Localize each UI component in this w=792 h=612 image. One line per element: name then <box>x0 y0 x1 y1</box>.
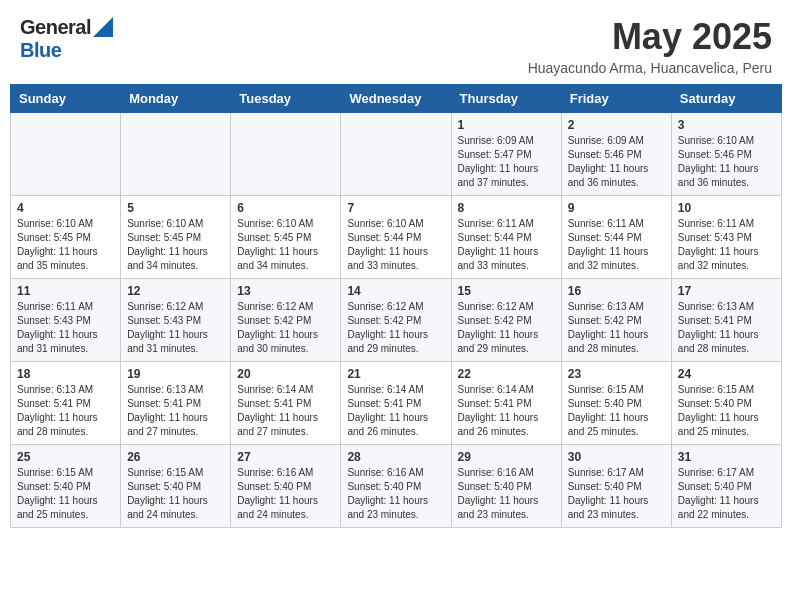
day-info: Sunrise: 6:15 AMSunset: 5:40 PMDaylight:… <box>17 466 114 522</box>
calendar-cell: 21Sunrise: 6:14 AMSunset: 5:41 PMDayligh… <box>341 362 451 445</box>
day-number: 21 <box>347 367 444 381</box>
day-number: 31 <box>678 450 775 464</box>
day-info: Sunrise: 6:09 AMSunset: 5:47 PMDaylight:… <box>458 134 555 190</box>
calendar-cell: 11Sunrise: 6:11 AMSunset: 5:43 PMDayligh… <box>11 279 121 362</box>
calendar-week-row: 25Sunrise: 6:15 AMSunset: 5:40 PMDayligh… <box>11 445 782 528</box>
day-info: Sunrise: 6:17 AMSunset: 5:40 PMDaylight:… <box>678 466 775 522</box>
day-number: 30 <box>568 450 665 464</box>
day-info: Sunrise: 6:10 AMSunset: 5:45 PMDaylight:… <box>237 217 334 273</box>
calendar-cell: 22Sunrise: 6:14 AMSunset: 5:41 PMDayligh… <box>451 362 561 445</box>
calendar-cell <box>121 113 231 196</box>
header-day-sunday: Sunday <box>11 85 121 113</box>
day-info: Sunrise: 6:11 AMSunset: 5:43 PMDaylight:… <box>678 217 775 273</box>
day-number: 17 <box>678 284 775 298</box>
day-info: Sunrise: 6:16 AMSunset: 5:40 PMDaylight:… <box>237 466 334 522</box>
day-number: 7 <box>347 201 444 215</box>
day-number: 9 <box>568 201 665 215</box>
day-number: 20 <box>237 367 334 381</box>
day-number: 14 <box>347 284 444 298</box>
day-info: Sunrise: 6:09 AMSunset: 5:46 PMDaylight:… <box>568 134 665 190</box>
calendar-cell: 9Sunrise: 6:11 AMSunset: 5:44 PMDaylight… <box>561 196 671 279</box>
day-number: 2 <box>568 118 665 132</box>
calendar-cell: 23Sunrise: 6:15 AMSunset: 5:40 PMDayligh… <box>561 362 671 445</box>
day-info: Sunrise: 6:13 AMSunset: 5:41 PMDaylight:… <box>678 300 775 356</box>
day-number: 24 <box>678 367 775 381</box>
day-info: Sunrise: 6:15 AMSunset: 5:40 PMDaylight:… <box>678 383 775 439</box>
calendar-cell: 8Sunrise: 6:11 AMSunset: 5:44 PMDaylight… <box>451 196 561 279</box>
day-info: Sunrise: 6:10 AMSunset: 5:45 PMDaylight:… <box>127 217 224 273</box>
day-number: 8 <box>458 201 555 215</box>
day-number: 11 <box>17 284 114 298</box>
day-number: 10 <box>678 201 775 215</box>
day-info: Sunrise: 6:12 AMSunset: 5:43 PMDaylight:… <box>127 300 224 356</box>
calendar-cell: 3Sunrise: 6:10 AMSunset: 5:46 PMDaylight… <box>671 113 781 196</box>
day-info: Sunrise: 6:10 AMSunset: 5:44 PMDaylight:… <box>347 217 444 273</box>
calendar-table: SundayMondayTuesdayWednesdayThursdayFrid… <box>10 84 782 528</box>
day-info: Sunrise: 6:12 AMSunset: 5:42 PMDaylight:… <box>458 300 555 356</box>
calendar-cell <box>341 113 451 196</box>
calendar-cell: 4Sunrise: 6:10 AMSunset: 5:45 PMDaylight… <box>11 196 121 279</box>
day-info: Sunrise: 6:11 AMSunset: 5:44 PMDaylight:… <box>458 217 555 273</box>
day-number: 18 <box>17 367 114 381</box>
logo: General Blue <box>20 16 113 62</box>
calendar-cell: 12Sunrise: 6:12 AMSunset: 5:43 PMDayligh… <box>121 279 231 362</box>
day-info: Sunrise: 6:13 AMSunset: 5:41 PMDaylight:… <box>127 383 224 439</box>
day-number: 13 <box>237 284 334 298</box>
logo-triangle-icon <box>93 17 113 37</box>
logo-blue-text: Blue <box>20 39 113 62</box>
day-info: Sunrise: 6:14 AMSunset: 5:41 PMDaylight:… <box>458 383 555 439</box>
calendar-cell: 19Sunrise: 6:13 AMSunset: 5:41 PMDayligh… <box>121 362 231 445</box>
day-info: Sunrise: 6:15 AMSunset: 5:40 PMDaylight:… <box>127 466 224 522</box>
calendar-cell: 2Sunrise: 6:09 AMSunset: 5:46 PMDaylight… <box>561 113 671 196</box>
header-day-wednesday: Wednesday <box>341 85 451 113</box>
calendar-wrapper: SundayMondayTuesdayWednesdayThursdayFrid… <box>0 84 792 538</box>
day-number: 3 <box>678 118 775 132</box>
title-block: May 2025 Huayacundo Arma, Huancavelica, … <box>528 16 772 76</box>
calendar-cell: 31Sunrise: 6:17 AMSunset: 5:40 PMDayligh… <box>671 445 781 528</box>
calendar-title: May 2025 <box>528 16 772 58</box>
calendar-cell: 26Sunrise: 6:15 AMSunset: 5:40 PMDayligh… <box>121 445 231 528</box>
day-number: 19 <box>127 367 224 381</box>
header-day-thursday: Thursday <box>451 85 561 113</box>
day-number: 25 <box>17 450 114 464</box>
logo-general-text: General <box>20 16 91 39</box>
day-info: Sunrise: 6:17 AMSunset: 5:40 PMDaylight:… <box>568 466 665 522</box>
day-number: 28 <box>347 450 444 464</box>
day-number: 29 <box>458 450 555 464</box>
page-header: General Blue May 2025 Huayacundo Arma, H… <box>0 0 792 84</box>
calendar-cell: 18Sunrise: 6:13 AMSunset: 5:41 PMDayligh… <box>11 362 121 445</box>
day-number: 6 <box>237 201 334 215</box>
calendar-cell: 7Sunrise: 6:10 AMSunset: 5:44 PMDaylight… <box>341 196 451 279</box>
calendar-cell: 28Sunrise: 6:16 AMSunset: 5:40 PMDayligh… <box>341 445 451 528</box>
calendar-cell: 13Sunrise: 6:12 AMSunset: 5:42 PMDayligh… <box>231 279 341 362</box>
calendar-cell: 5Sunrise: 6:10 AMSunset: 5:45 PMDaylight… <box>121 196 231 279</box>
calendar-cell: 1Sunrise: 6:09 AMSunset: 5:47 PMDaylight… <box>451 113 561 196</box>
calendar-cell <box>231 113 341 196</box>
header-day-tuesday: Tuesday <box>231 85 341 113</box>
day-number: 1 <box>458 118 555 132</box>
calendar-cell: 25Sunrise: 6:15 AMSunset: 5:40 PMDayligh… <box>11 445 121 528</box>
calendar-cell: 27Sunrise: 6:16 AMSunset: 5:40 PMDayligh… <box>231 445 341 528</box>
header-day-friday: Friday <box>561 85 671 113</box>
calendar-week-row: 4Sunrise: 6:10 AMSunset: 5:45 PMDaylight… <box>11 196 782 279</box>
day-number: 16 <box>568 284 665 298</box>
calendar-cell: 29Sunrise: 6:16 AMSunset: 5:40 PMDayligh… <box>451 445 561 528</box>
header-day-saturday: Saturday <box>671 85 781 113</box>
calendar-week-row: 11Sunrise: 6:11 AMSunset: 5:43 PMDayligh… <box>11 279 782 362</box>
day-number: 23 <box>568 367 665 381</box>
day-info: Sunrise: 6:16 AMSunset: 5:40 PMDaylight:… <box>347 466 444 522</box>
day-number: 15 <box>458 284 555 298</box>
calendar-subtitle: Huayacundo Arma, Huancavelica, Peru <box>528 60 772 76</box>
header-day-monday: Monday <box>121 85 231 113</box>
calendar-cell: 16Sunrise: 6:13 AMSunset: 5:42 PMDayligh… <box>561 279 671 362</box>
day-info: Sunrise: 6:11 AMSunset: 5:44 PMDaylight:… <box>568 217 665 273</box>
day-info: Sunrise: 6:13 AMSunset: 5:42 PMDaylight:… <box>568 300 665 356</box>
day-info: Sunrise: 6:12 AMSunset: 5:42 PMDaylight:… <box>237 300 334 356</box>
day-info: Sunrise: 6:13 AMSunset: 5:41 PMDaylight:… <box>17 383 114 439</box>
calendar-cell: 14Sunrise: 6:12 AMSunset: 5:42 PMDayligh… <box>341 279 451 362</box>
day-info: Sunrise: 6:15 AMSunset: 5:40 PMDaylight:… <box>568 383 665 439</box>
calendar-week-row: 18Sunrise: 6:13 AMSunset: 5:41 PMDayligh… <box>11 362 782 445</box>
day-info: Sunrise: 6:12 AMSunset: 5:42 PMDaylight:… <box>347 300 444 356</box>
day-number: 26 <box>127 450 224 464</box>
day-info: Sunrise: 6:14 AMSunset: 5:41 PMDaylight:… <box>237 383 334 439</box>
